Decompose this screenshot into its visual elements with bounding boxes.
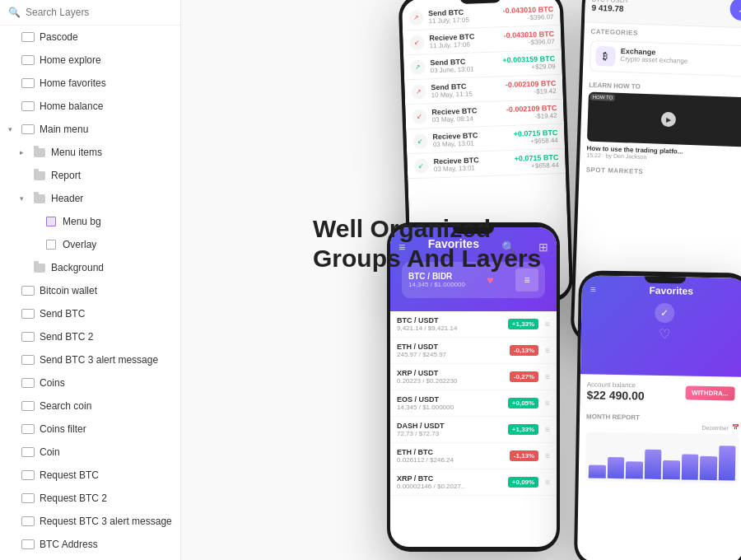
withdraw-button[interactable]: WITHDRA... [685,385,735,400]
layers-panel: 🔍 PascodeHome exploreHome favoritesHome … [0,0,181,560]
layer-label: Home favorites [40,77,106,89]
phones-container: ↗ Send BTC 11 July, 17:05 -0.043010 BTC … [181,0,741,560]
nav-icon: ≡ [590,283,596,295]
layer-item[interactable]: Home favorites [0,72,180,95]
balance-screen: ≡ Favorites ✓ ♡ Account balance $22 490.… [577,275,741,560]
layer-label: Coin [40,446,60,458]
headline: Well Organized Groups And Layers [313,214,541,273]
layer-label: Menu bg [63,216,101,227]
play-button[interactable]: ▶ [661,112,677,128]
tx-date: 11 July, 17:05 [428,15,498,25]
folder-icon [33,261,46,274]
chart-bar [607,457,624,478]
layer-label: Home balance [40,100,103,112]
layer-label: Home explore [40,54,101,66]
headline-line1: Well Organized [313,214,541,244]
balance-title: Favorites [603,284,740,298]
layer-item[interactable]: Pascode [0,26,180,49]
coin-change: +0,09% [508,477,538,488]
layer-item[interactable]: Background [0,256,180,279]
folder-icon [33,169,46,182]
layer-item[interactable]: Send BTC 3 alert message [0,348,180,371]
coin-change: +1,33% [508,319,538,329]
layer-label: Request BTC 3 alert message [40,516,172,527]
chart-bar [644,449,661,479]
layer-item[interactable]: ▸Menu items [0,141,180,164]
layer-item[interactable]: Send BTC 2 [0,325,180,348]
layer-item[interactable]: Home explore [0,49,180,72]
layer-item[interactable]: Search coin [0,394,180,418]
layer-label: Coins [40,377,65,389]
coin-pair: BTC / USDT [397,316,501,324]
layer-item[interactable]: Request BTC 2 [0,487,180,510]
layer-item[interactable]: Request BTC [0,464,180,487]
layer-item[interactable]: Coin [0,441,180,464]
screen-icon [21,399,35,413]
tx-arrow-icon: ↙ [412,133,428,149]
screen-icon [21,538,35,551]
tx-arrow-icon: ↗ [408,10,424,26]
layer-item[interactable]: Bitcoin wallet [0,279,180,302]
coin-price: 0.00002146 / $0.2027.. [397,483,501,490]
coin-pair: DASH / USDT [397,422,501,430]
month-report-title: MONTH REPORT [586,413,739,422]
layer-item[interactable]: Coins filter [0,418,180,441]
coin-change: +1,33% [508,424,538,435]
layer-label: Coins filter [40,423,86,435]
search-input[interactable] [26,7,172,18]
featured-coin-price: 14,345 / $1.000000 [408,281,465,288]
tx-arrow-icon: ↙ [409,35,425,50]
coin-change: -0,27% [510,371,538,382]
screen-icon [21,330,35,343]
screen-icon [21,123,35,136]
chart [585,432,739,483]
chart-bar [663,460,680,480]
rect-icon [44,238,58,251]
chart-bar [700,456,717,480]
layer-item[interactable]: Report [0,164,180,187]
tx-date: 03 May, 13:01 [434,163,510,173]
rect-purple-icon [44,215,58,228]
tx-arrow-icon: ↗ [411,84,426,100]
screen-icon [21,307,35,320]
layer-item[interactable]: Request BTC 3 alert message [0,510,180,533]
screen-icon [21,469,35,482]
coin-price: 0.026112 / $246.24 [397,456,503,464]
check-icon: ✓ [655,303,674,323]
tx-date: 03 June, 13:01 [431,64,498,74]
layer-label: Header [51,193,83,204]
layer-item[interactable]: ▾Header [0,187,180,210]
layer-label: Send BTC 2 [40,331,93,343]
chevron-icon: ▾ [8,125,16,133]
layer-item[interactable]: BTC Address [0,533,180,556]
layer-label: Main menu [40,124,88,135]
coin-pair: XRP / BTC [397,474,501,483]
layer-item[interactable]: Send BTC [0,302,180,325]
layer-item[interactable]: Menu bg [0,210,180,233]
coin-menu-icon: ≡ [545,478,550,487]
categories-title: CATEGORIES [590,28,741,41]
coin-price: 245.97 / $245.97 [397,351,503,358]
screen-icon [21,376,35,390]
layer-label: Bitcoin wallet [40,285,97,296]
coin-price: 9,421.14 / $9,421.14 [397,324,501,332]
layer-item[interactable]: Coins [0,371,180,394]
search-bar[interactable]: 🔍 [0,0,180,26]
layer-label: Pascode [40,31,78,43]
layer-item[interactable]: Overlay [0,233,180,256]
coin-change: -1,13% [510,450,538,461]
tx-usd: +$658.44 [515,161,559,170]
btc-price: 9 419.78 [591,3,628,14]
coin-menu-icon: ≡ [545,451,550,460]
video-card: HOW TO ▶ [587,92,741,147]
screen-icon [21,446,35,459]
layer-label: Request BTC [40,469,99,481]
screen-icon [21,422,35,436]
coin-row: XRP / USDT 0.20223 / $0.202230 -0,27% ≡ [390,364,557,390]
layer-item[interactable]: ▾Main menu [0,118,180,141]
layer-item[interactable]: Home balance [0,95,180,118]
chevron-icon: ▾ [20,194,28,203]
heart-icon: ♥ [487,273,493,287]
coin-menu-icon: ≡ [545,425,550,434]
coin-change: +0,05% [508,398,538,408]
